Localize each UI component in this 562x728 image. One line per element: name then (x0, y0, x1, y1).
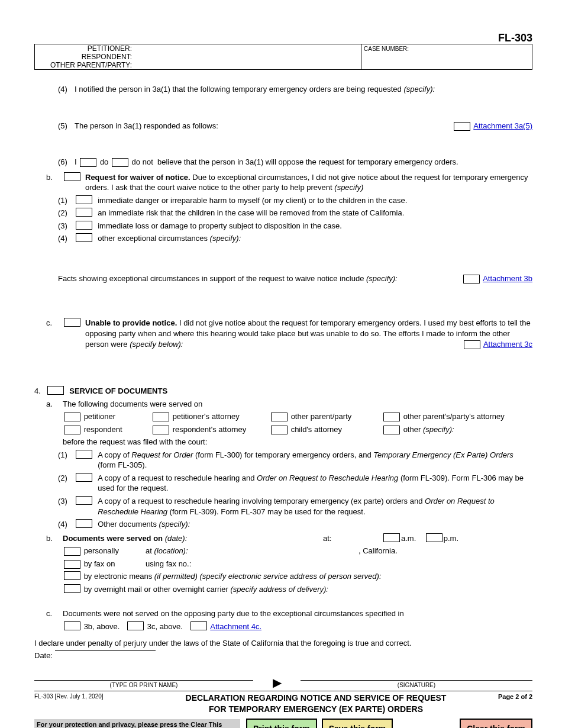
child-att-checkbox[interactable] (271, 426, 288, 434)
resp-att-checkbox[interactable] (153, 426, 169, 434)
elec-checkbox[interactable] (64, 571, 80, 580)
perjury-text: I declare under penalty of perjury under… (34, 638, 532, 649)
opp-checkbox[interactable] (271, 413, 288, 421)
4c-text: Documents were not served on the opposin… (63, 608, 404, 619)
item-4-number: (4) (58, 84, 75, 95)
4a-label: a. (46, 399, 63, 410)
attachment-3a5-link[interactable]: Attachment 3a(5) (473, 121, 532, 130)
b4-checkbox[interactable] (76, 233, 92, 242)
b-checkbox[interactable] (64, 172, 80, 181)
c-bold: Unable to provide notice. (85, 318, 177, 327)
item-6-rest: believe that the person in 3a(1) will op… (157, 157, 458, 166)
attachment-3a5-checkbox[interactable] (454, 122, 470, 131)
item-4-spec: (specify): (403, 85, 435, 94)
4a2-a: A copy of a request to reschedule hearin… (98, 473, 257, 482)
elec-a: by electronic means (84, 572, 154, 581)
fax-checkbox[interactable] (64, 560, 80, 569)
loc-label: (location): (154, 546, 188, 555)
b3-number: (3) (58, 221, 75, 231)
clear-button[interactable]: Clear this form (460, 719, 532, 728)
other-served-checkbox[interactable] (383, 426, 400, 434)
item-6-number: (6) (58, 157, 75, 167)
do-not-checkbox[interactable] (112, 158, 128, 167)
attachment-3b-checkbox[interactable] (463, 275, 480, 284)
footer-title-2: FOR TEMPORARY EMERGENCY (EX PARTE) ORDER… (153, 704, 479, 715)
section-4-title: SERVICE OF DOCUMENTS (69, 386, 167, 397)
3c-above-checkbox[interactable] (127, 621, 144, 630)
4a-text: The following documents were served on (63, 399, 202, 410)
save-button[interactable]: Save this form (322, 719, 393, 728)
petitioner-field[interactable] (134, 44, 361, 53)
respondent-field[interactable] (134, 53, 361, 61)
4a1-number: (1) (58, 450, 75, 460)
mail-b: (specify address of delivery): (230, 585, 328, 594)
4a2-number: (2) (58, 473, 75, 484)
opp-opt: other parent/party (291, 412, 352, 421)
b2-checkbox[interactable] (76, 208, 92, 217)
4a1-d: Temporary Emergency (Ex Parte) Orders (373, 450, 513, 459)
am-checkbox[interactable] (383, 533, 400, 542)
resp-opt: respondent (84, 425, 122, 434)
print-button[interactable]: Print this form (246, 719, 317, 728)
b-bold: Request for waiver of notice. (85, 173, 190, 182)
4a1-checkbox[interactable] (76, 450, 92, 459)
b3-text: immediate loss or damage to property sub… (98, 221, 342, 231)
b4-text: other exceptional circumstances (98, 234, 209, 243)
do-checkbox[interactable] (80, 158, 96, 167)
item-6-i: I (75, 157, 77, 166)
section-4-checkbox[interactable] (47, 386, 64, 395)
resp-att-opt: respondent's attorney (173, 425, 247, 434)
pet-att-opt: petitioner's attorney (173, 412, 240, 421)
item-5-number: (5) (58, 121, 75, 131)
attachment-3c-checkbox[interactable] (464, 340, 480, 349)
4a1-e: (form FL-305). (98, 460, 147, 469)
other-served-opt: other (403, 425, 423, 434)
b-facts: Facts showing exceptional circumstances … (58, 274, 366, 283)
b4-spec: (specify): (210, 234, 241, 243)
4a4-checkbox[interactable] (76, 519, 92, 528)
elec-b: (if permitted) (specify electronic servi… (154, 572, 382, 581)
b3-checkbox[interactable] (76, 221, 92, 230)
do-label: do (100, 157, 108, 166)
opp-att-checkbox[interactable] (383, 413, 400, 421)
4a3-a: A copy of a request to reschedule hearin… (98, 497, 425, 505)
page-number: Page 2 of 2 (479, 692, 532, 715)
petitioner-label: PETITIONER: (35, 44, 134, 53)
4b-at: at: (323, 533, 382, 544)
date-field[interactable] (55, 650, 156, 651)
case-number-cell[interactable]: CASE NUMBER: (361, 44, 532, 69)
4b-date: (date): (165, 534, 188, 543)
c-checkbox[interactable] (64, 318, 80, 327)
fax-label: by fax on (84, 559, 115, 568)
attachment-3c-link[interactable]: Attachment 3c (483, 340, 532, 349)
attachment-4c-link[interactable]: Attachment 4c. (210, 621, 261, 632)
personally-checkbox[interactable] (64, 547, 80, 556)
petitioner-checkbox[interactable] (64, 413, 80, 421)
b4-number: (4) (58, 233, 75, 244)
4a2-checkbox[interactable] (76, 473, 92, 482)
case-number-label: CASE NUMBER: (364, 46, 409, 52)
form-rev: FL-303 [Rev. July 1, 2020] (34, 692, 153, 715)
3b-above-label: 3b, above. (84, 621, 120, 632)
attachment-3b-link[interactable]: Attachment 3b (483, 274, 532, 283)
respondent-checkbox[interactable] (64, 426, 80, 434)
faxno-label: using fax no.: (146, 559, 191, 569)
b2-text: an immediate risk that the children in t… (98, 208, 404, 218)
pm-checkbox[interactable] (426, 533, 443, 542)
4a1-c: (form FL-300) for temporary emergency or… (193, 450, 373, 459)
privacy-notice: For your protection and privacy, please … (34, 719, 240, 728)
pet-att-checkbox[interactable] (153, 413, 169, 421)
4a3-c: (form FL-309). Form FL-307 may be used f… (167, 507, 366, 516)
form-number: FL-303 (498, 32, 532, 44)
4c-label: c. (46, 608, 63, 619)
mail-checkbox[interactable] (64, 584, 80, 593)
4a3-checkbox[interactable] (76, 496, 92, 505)
b1-checkbox[interactable] (76, 195, 92, 204)
attachment-4c-checkbox[interactable] (190, 621, 207, 630)
other-served-spec: (specify): (423, 425, 454, 434)
3b-above-checkbox[interactable] (64, 621, 80, 630)
respondent-label: RESPONDENT: (35, 53, 134, 61)
c-spec: (specify below): (130, 340, 183, 349)
type-name-label: (TYPE OR PRINT NAME) (34, 680, 253, 690)
other-party-field[interactable] (134, 61, 361, 69)
